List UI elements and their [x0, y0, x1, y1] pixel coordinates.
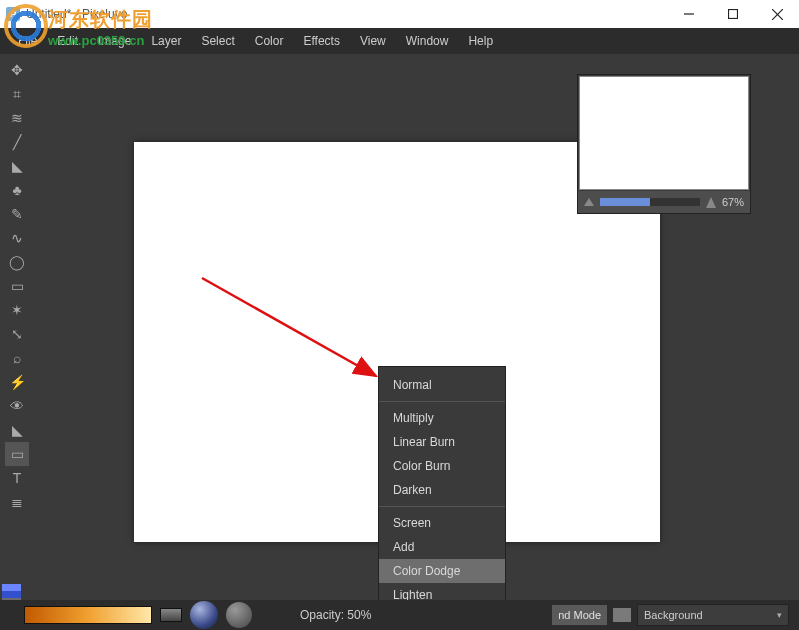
window-title: Untitled* - Pixeluvo [26, 7, 127, 21]
clone-tool-icon[interactable]: ♣ [5, 178, 29, 202]
layer-selected-label: Background [644, 609, 703, 621]
menu-separator [379, 506, 505, 507]
navigator-thumbnail[interactable] [579, 76, 749, 190]
eyedropper-tool-icon[interactable]: ⤡ [5, 322, 29, 346]
zoom-value: 67% [722, 196, 744, 208]
blur-tool-icon[interactable]: ≣ [5, 490, 29, 514]
blend-item-color-burn[interactable]: Color Burn [379, 454, 505, 478]
bottom-bar: Opacity: 50% nd Mode Background ▾ [0, 600, 799, 630]
layers-folder-icon[interactable] [613, 608, 631, 622]
burn-tool-icon[interactable]: ⚡ [5, 370, 29, 394]
svg-rect-1 [729, 10, 738, 19]
blend-mode-menu: Normal Multiply Linear Burn Color Burn D… [378, 366, 506, 614]
blend-item-linear-burn[interactable]: Linear Burn [379, 430, 505, 454]
bucket-tool-icon[interactable]: ◣ [5, 418, 29, 442]
menu-color[interactable]: Color [245, 30, 294, 52]
blend-item-color-dodge[interactable]: Color Dodge [379, 559, 505, 583]
gradient-preview[interactable] [24, 606, 152, 624]
blend-item-screen[interactable]: Screen [379, 511, 505, 535]
layer-selector[interactable]: Background ▾ [637, 604, 789, 626]
blend-item-normal[interactable]: Normal [379, 373, 505, 397]
color-sphere-icon[interactable] [190, 601, 218, 629]
palette-swatch[interactable] [2, 591, 21, 598]
crop-tool-icon[interactable]: ⌗ [5, 82, 29, 106]
close-button[interactable] [755, 0, 799, 28]
lasso-tool-icon[interactable]: ◯ [5, 250, 29, 274]
menu-bar: File Edit Image Layer Select Color Effec… [0, 28, 799, 54]
text-tool-icon[interactable]: T [5, 466, 29, 490]
menu-file[interactable]: File [8, 30, 47, 52]
minimize-button[interactable] [667, 0, 711, 28]
visibility-tool-icon[interactable]: 👁 [5, 394, 29, 418]
zoom-in-icon[interactable] [706, 197, 716, 208]
marquee-tool-icon[interactable]: ▭ [5, 274, 29, 298]
maximize-button[interactable] [711, 0, 755, 28]
adjustment-tool-icon[interactable]: ≋ [5, 106, 29, 130]
color-swatch-icon[interactable] [160, 608, 182, 622]
smudge-tool-icon[interactable]: ∿ [5, 226, 29, 250]
blend-item-add[interactable]: Add [379, 535, 505, 559]
menu-effects[interactable]: Effects [293, 30, 349, 52]
opacity-label[interactable]: Opacity: 50% [300, 608, 371, 622]
blend-item-multiply[interactable]: Multiply [379, 406, 505, 430]
menu-select[interactable]: Select [191, 30, 244, 52]
palette-swatch[interactable] [2, 584, 21, 591]
menu-image[interactable]: Image [88, 30, 141, 52]
app-icon: P [6, 7, 20, 21]
blend-item-darken[interactable]: Darken [379, 478, 505, 502]
gradient-tool-icon[interactable]: ▭ [5, 442, 29, 466]
menu-edit[interactable]: Edit [47, 30, 88, 52]
menu-layer[interactable]: Layer [141, 30, 191, 52]
zoom-out-icon[interactable] [584, 198, 594, 206]
title-bar: P Untitled* - Pixeluvo [0, 0, 799, 28]
chevron-down-icon: ▾ [777, 610, 782, 620]
brush-tool-icon[interactable]: ╱ [5, 130, 29, 154]
navigator-panel: 67% [577, 74, 751, 214]
blend-mode-button[interactable]: nd Mode [552, 605, 607, 625]
menu-help[interactable]: Help [458, 30, 503, 52]
eraser-tool-icon[interactable]: ◣ [5, 154, 29, 178]
heal-tool-icon[interactable]: ✎ [5, 202, 29, 226]
menu-view[interactable]: View [350, 30, 396, 52]
navigator-footer: 67% [578, 191, 750, 213]
move-tool-icon[interactable]: ✥ [5, 58, 29, 82]
menu-separator [379, 401, 505, 402]
zoom-tool-icon[interactable]: ⌕ [5, 346, 29, 370]
brush-preview-icon[interactable] [226, 602, 252, 628]
menu-window[interactable]: Window [396, 30, 459, 52]
tool-column: ✥ ⌗ ≋ ╱ ◣ ♣ ✎ ∿ ◯ ▭ ✶ ⤡ ⌕ ⚡ 👁 ◣ ▭ T ≣ [0, 54, 34, 614]
wand-tool-icon[interactable]: ✶ [5, 298, 29, 322]
zoom-slider[interactable] [600, 198, 700, 206]
